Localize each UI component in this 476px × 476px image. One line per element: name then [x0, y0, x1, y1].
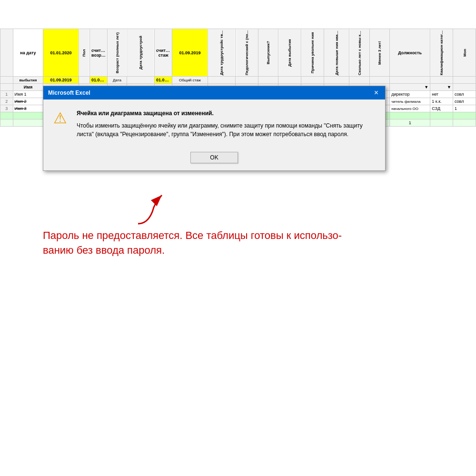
dialog-sub-text: Чтобы изменить защищённую ячейку или диа…: [77, 121, 378, 139]
dialog-main-text: Ячейка или диаграмма защищена от изменен…: [77, 110, 214, 117]
dialog-text-area: Ячейка или диаграмма защищена от изменен…: [77, 109, 378, 142]
dialog-title: Microsoft Excel: [48, 89, 90, 96]
dialog-content: ⚠ Ячейка или диаграмма защищена от измен…: [43, 99, 385, 149]
excel-dialog: Microsoft Excel × ⚠ Ячейка или диаграмма…: [43, 86, 386, 171]
warning-icon: ⚠: [50, 109, 69, 127]
dialog-titlebar: Microsoft Excel ×: [43, 86, 385, 99]
ok-button[interactable]: OK: [190, 152, 238, 163]
dialog-buttons-area: OK: [43, 149, 385, 170]
dialog-overlay: Microsoft Excel × ⚠ Ячейка или диаграмма…: [0, 0, 476, 476]
dialog-close-button[interactable]: ×: [372, 89, 380, 97]
